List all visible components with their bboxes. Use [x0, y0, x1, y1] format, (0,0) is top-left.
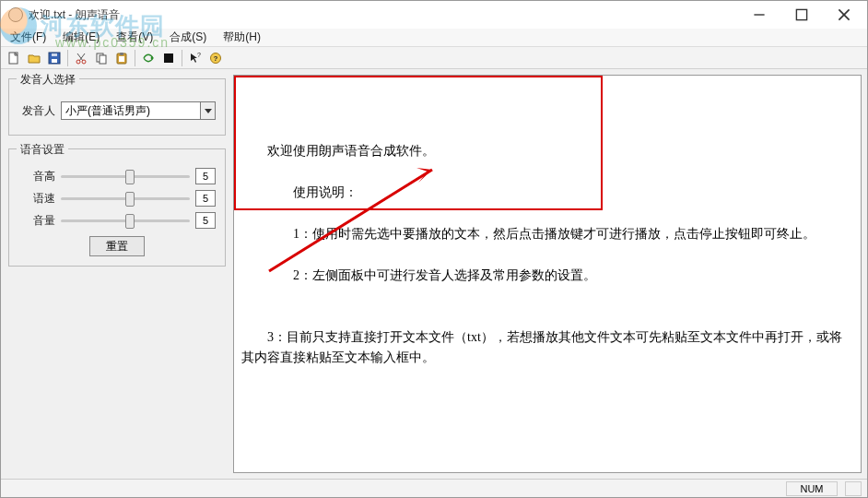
menu-file[interactable]: 文件(F)	[5, 29, 52, 46]
app-window: 欢迎.txt - 朗声语音 文件(F) 编辑(E) 查看(V) 合成(S) 帮助…	[0, 0, 868, 498]
menu-view[interactable]: 查看(V)	[111, 29, 158, 46]
play-icon	[142, 52, 155, 65]
menu-edit[interactable]: 编辑(E)	[57, 29, 105, 46]
stop-icon	[162, 52, 175, 65]
text-line: 欢迎使用朗声语音合成软件。	[267, 144, 435, 158]
menu-synth[interactable]: 合成(S)	[164, 29, 212, 46]
slider-thumb[interactable]	[125, 192, 135, 207]
text-line: 使用说明：	[267, 183, 358, 203]
open-button[interactable]	[25, 49, 43, 67]
new-icon	[7, 52, 20, 65]
voice-combo[interactable]: 小严(普通话男声)	[61, 101, 216, 120]
cut-button[interactable]	[72, 49, 90, 67]
titlebar: 欢迎.txt - 朗声语音	[1, 1, 867, 29]
minimize-button[interactable]	[738, 1, 780, 29]
app-icon	[8, 7, 23, 22]
help-icon: ?	[209, 52, 222, 65]
paste-icon	[115, 52, 128, 65]
pitch-label: 音高	[18, 169, 55, 184]
toolbar-separator	[135, 50, 135, 66]
voice-label: 发音人	[18, 103, 55, 119]
text-line: 1：使用时需先选中要播放的文本，然后点击播放键才可进行播放，点击停止按钮即可终止…	[267, 224, 815, 244]
svg-rect-16	[119, 56, 124, 62]
help-pointer-icon: ?	[189, 52, 202, 65]
maximize-icon	[795, 8, 808, 21]
paste-button[interactable]	[112, 49, 131, 67]
menubar: 文件(F) 编辑(E) 查看(V) 合成(S) 帮助(H)	[1, 29, 867, 47]
stop-button[interactable]	[159, 49, 178, 67]
svg-marker-23	[205, 109, 212, 113]
toolbar-separator	[67, 50, 68, 66]
close-button[interactable]	[823, 1, 865, 29]
svg-rect-7	[52, 53, 57, 56]
volume-slider[interactable]	[61, 219, 190, 222]
window-title: 欢迎.txt - 朗声语音	[29, 7, 120, 23]
settings-group: 语音设置 音高 5 语速 5 音量	[8, 148, 226, 267]
status-grip	[845, 481, 862, 496]
voice-combo-value: 小严(普通话男声)	[65, 103, 150, 119]
speed-value: 5	[195, 190, 216, 207]
copy-button[interactable]	[92, 49, 111, 67]
reset-label: 重置	[106, 239, 128, 255]
svg-rect-1	[796, 9, 806, 19]
pitch-slider[interactable]	[61, 175, 190, 178]
help-button[interactable]: ?	[206, 49, 225, 67]
pitch-value: 5	[195, 168, 216, 184]
statusbar: NUM	[1, 479, 867, 497]
menu-help[interactable]: 帮助(H)	[217, 29, 266, 46]
svg-text:?: ?	[214, 54, 218, 63]
speed-slider[interactable]	[61, 197, 190, 200]
svg-point-10	[76, 60, 80, 64]
volume-value: 5	[195, 212, 216, 229]
volume-label: 音量	[18, 213, 55, 229]
settings-group-title: 语音设置	[17, 142, 68, 158]
svg-rect-18	[164, 53, 173, 63]
body-area: 发音人选择 发音人 小严(普通话男声) 语音设置 音高	[1, 69, 867, 479]
reset-button[interactable]: 重置	[89, 236, 145, 256]
svg-text:?: ?	[197, 52, 201, 58]
open-icon	[28, 52, 41, 65]
cut-icon	[75, 52, 88, 65]
close-icon	[838, 8, 850, 21]
voice-group-title: 发音人选择	[17, 72, 79, 88]
text-content: 欢迎使用朗声语音合成软件。 使用说明： 1：使用时需先选中要播放的文本，然后点击…	[241, 121, 853, 389]
maximize-button[interactable]	[780, 1, 823, 29]
status-num: NUM	[786, 481, 838, 496]
toolbar-separator	[182, 50, 182, 66]
svg-rect-6	[52, 59, 57, 63]
svg-marker-19	[191, 53, 197, 63]
left-panel: 发音人选择 发音人 小严(普通话男声) 语音设置 音高	[1, 69, 233, 479]
text-editor[interactable]: 欢迎使用朗声语音合成软件。 使用说明： 1：使用时需先选中要播放的文本，然后点击…	[233, 75, 862, 473]
help-pointer-button[interactable]: ?	[186, 49, 205, 67]
slider-thumb[interactable]	[125, 170, 135, 184]
text-line: 3：目前只支持直接打开文本文件（txt），若想播放其他文件文本可先粘贴至文本文件…	[241, 327, 853, 369]
minimize-icon	[753, 8, 766, 21]
text-line: 2：左侧面板中可进行发音人选择及常用参数的设置。	[267, 266, 596, 286]
svg-rect-15	[120, 53, 123, 55]
slider-thumb[interactable]	[125, 214, 135, 229]
svg-point-11	[82, 60, 86, 64]
svg-point-17	[151, 56, 154, 59]
voice-group: 发音人选择 发音人 小严(普通话男声)	[8, 78, 226, 136]
copy-icon	[95, 52, 108, 65]
save-icon	[48, 52, 61, 65]
toolbar: ? ?	[1, 47, 867, 69]
play-button[interactable]	[139, 49, 158, 67]
svg-rect-13	[100, 55, 106, 64]
chevron-down-icon	[200, 102, 215, 119]
new-button[interactable]	[5, 49, 23, 67]
speed-label: 语速	[18, 191, 55, 207]
save-button[interactable]	[45, 49, 64, 67]
